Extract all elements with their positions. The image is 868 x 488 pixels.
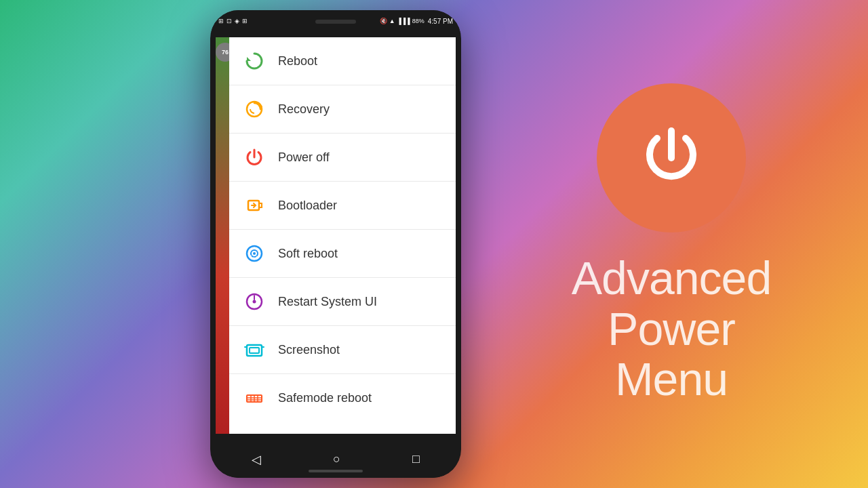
recovery-icon [243, 98, 266, 121]
status-battery: 88% [412, 18, 425, 24]
recents-button[interactable]: □ [399, 447, 433, 472]
power-icon [634, 121, 709, 195]
svg-point-1 [247, 102, 262, 117]
reboot-icon [243, 49, 266, 73]
safemode-icon [243, 387, 266, 410]
svg-point-7 [253, 300, 256, 304]
status-time: 4:57 PM [428, 18, 453, 25]
menu-label-bootloader: Bootloader [278, 199, 337, 213]
apm-title-line3: Menu [572, 354, 771, 405]
softreboot-icon [243, 242, 266, 265]
menu-label-reboot: Reboot [278, 54, 317, 68]
menu-item-bootloader[interactable]: Bootloader [229, 182, 456, 230]
menu-label-screenshot: Screenshot [278, 343, 340, 357]
status-mute-icon: 🔇 [380, 18, 387, 24]
status-icon-location: ⊞ [242, 18, 248, 24]
back-button[interactable]: ◁ [238, 447, 275, 472]
menu-item-screenshot[interactable]: Screenshot [229, 326, 456, 374]
phone-frame: ⊞ ⊡ ◈ ⊞ 🔇 ▲ ▐▐▐ 88% 4:57 PM 76 [210, 10, 461, 478]
right-panel: Advanced Power Menu [475, 0, 868, 488]
menu-item-power-off[interactable]: Power off [229, 134, 456, 182]
menu-label-safemode-reboot: Safemode reboot [278, 391, 372, 405]
screenshot-icon [243, 338, 266, 361]
power-menu: Reboot Recovery [229, 37, 456, 434]
svg-rect-10 [250, 348, 259, 353]
status-right-info: 🔇 ▲ ▐▐▐ 88% 4:57 PM [380, 18, 453, 25]
menu-item-soft-reboot[interactable]: Soft reboot [229, 230, 456, 278]
status-icon-nfc: ◈ [235, 18, 239, 24]
svg-point-5 [253, 252, 256, 255]
apm-title-line2: Power [572, 304, 771, 354]
menu-label-soft-reboot: Soft reboot [278, 247, 338, 261]
phone-speaker [315, 20, 356, 24]
svg-marker-0 [247, 57, 251, 61]
status-left-icons: ⊞ ⊡ ◈ ⊞ [218, 18, 248, 24]
phone-screen: 76 Reboot [216, 37, 456, 434]
bootloader-icon [243, 194, 266, 217]
home-button[interactable]: ○ [319, 447, 354, 472]
poweroff-icon [243, 146, 266, 169]
status-signal-bars: ▐▐▐ [397, 18, 410, 24]
apm-title: Advanced Power Menu [572, 253, 771, 405]
menu-label-recovery: Recovery [278, 102, 330, 117]
power-circle [597, 83, 746, 232]
status-wifi-icon: ▲ [389, 18, 395, 24]
status-icon-photo: ⊡ [226, 18, 232, 24]
apm-title-line1: Advanced [572, 253, 771, 304]
home-bar-indicator [309, 470, 363, 472]
restartsys-icon [243, 290, 266, 313]
menu-item-reboot[interactable]: Reboot [229, 37, 456, 85]
menu-item-recovery[interactable]: Recovery [229, 85, 456, 134]
menu-item-restart-system-ui[interactable]: Restart System UI [229, 278, 456, 326]
menu-label-restart-system-ui: Restart System UI [278, 295, 377, 309]
status-icon-signal: ⊞ [218, 18, 224, 24]
menu-label-power-off: Power off [278, 150, 330, 165]
menu-item-safemode-reboot[interactable]: Safemode reboot [229, 374, 456, 422]
